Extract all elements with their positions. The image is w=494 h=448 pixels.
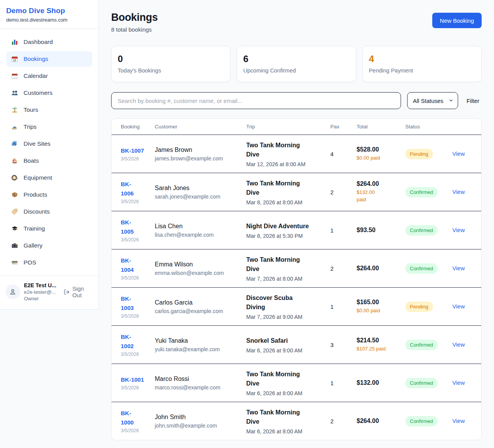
bar-chart-icon (11, 38, 19, 46)
stat-value: 6 (243, 54, 349, 64)
trip-datetime: Mar 6, 2026 at 8:00 AM (246, 390, 330, 396)
booking-date: 3/5/2026 (121, 199, 155, 204)
sidebar-item-bookings[interactable]: 17Bookings (6, 51, 92, 67)
graduation-cap-icon (11, 225, 19, 232)
booking-number-link[interactable]: BK-1007 (121, 146, 144, 155)
sidebar-item-gallery[interactable]: Gallery (6, 238, 92, 253)
actions-cell: View (452, 341, 481, 348)
sidebar-item-discounts[interactable]: Discounts (6, 204, 92, 219)
booking-number-link[interactable]: BK- 1006 (121, 180, 134, 198)
customer-name: Lisa Chen (155, 223, 246, 230)
column-header-pax: Pax (330, 124, 357, 130)
customer-email: john.smith@example.com (155, 423, 246, 429)
view-link[interactable]: View (452, 418, 465, 424)
table-row: BK-1007 3/5/2026 James Brown james.brown… (112, 135, 481, 173)
search-input[interactable] (111, 92, 401, 109)
sidebar-item-label: Boats (24, 157, 39, 164)
sidebar-item-calendar[interactable]: Calendar (6, 68, 92, 84)
sidebar-item-equipment[interactable]: Equipment (6, 170, 92, 185)
sidebar-item-customers[interactable]: Customers (6, 85, 92, 101)
view-link[interactable]: View (452, 265, 465, 271)
sidebar-item-dive-sites[interactable]: Dive Sites (6, 136, 92, 152)
trip-name: Two Tank Morning Dive (246, 255, 330, 274)
user-info: E2E Test U... e2e-tester@... Owner (24, 282, 58, 301)
view-link[interactable]: View (452, 227, 465, 233)
sidebar: Demo Dive Shop demo.test.divestreams.com… (0, 0, 99, 310)
booking-number-link[interactable]: BK- 1002 (121, 332, 134, 350)
booking-number-link[interactable]: BK- 1000 (121, 409, 134, 427)
page-header: Bookings 8 total bookings New Booking (111, 12, 482, 33)
sign-out-button[interactable]: Sign Out (64, 285, 93, 298)
status-badge: Confirmed (405, 416, 438, 426)
status-badge: Confirmed (405, 263, 438, 274)
status-cell: Confirmed (405, 416, 452, 426)
island-icon (11, 106, 19, 114)
table-row: BK- 1002 3/5/2026 Yuki Tanaka yuki.tanak… (112, 325, 481, 364)
actions-cell: View (452, 150, 481, 157)
booking-cell: BK- 1004 3/5/2026 (112, 256, 155, 281)
customer-email: emma.wilson@example.com (155, 270, 246, 276)
sidebar-item-pos[interactable]: POS (6, 255, 92, 270)
view-link[interactable]: View (452, 379, 465, 386)
status-badge: Confirmed (405, 225, 438, 236)
sidebar-item-dashboard[interactable]: Dashboard (6, 34, 92, 50)
booking-number-link[interactable]: BK- 1005 (121, 218, 134, 236)
sidebar-item-label: Dive Sites (24, 140, 51, 147)
booking-number-link[interactable]: BK- 1004 (121, 256, 134, 274)
speedboat-icon (11, 123, 19, 131)
tag-icon (11, 208, 19, 216)
sidebar-item-label: Gallery (24, 242, 42, 249)
sidebar-item-label: Equipment (24, 174, 52, 181)
sidebar-item-products[interactable]: Products (6, 187, 92, 202)
logout-icon (64, 289, 70, 295)
status-badge: Pending (405, 301, 433, 312)
credit-card-icon (11, 259, 19, 266)
status-badge: Confirmed (405, 187, 438, 197)
booking-date: 3/5/2026 (121, 275, 155, 281)
view-link[interactable]: View (452, 150, 465, 157)
trip-datetime: Mar 8, 2026 at 8:00 AM (246, 199, 330, 205)
view-link[interactable]: View (452, 341, 465, 348)
stat-label: Today's Bookings (118, 67, 224, 74)
booking-cell: BK- 1003 3/5/2026 (112, 294, 155, 319)
total-amount: $93.50 (357, 227, 405, 234)
total-cell: $214.50 $107.25 paid (357, 337, 405, 353)
status-select[interactable]: All Statuses (407, 92, 458, 109)
customer-email: lisa.chen@example.com (155, 232, 246, 238)
booking-date: 3/5/2026 (121, 313, 155, 319)
new-booking-button[interactable]: New Booking (432, 13, 482, 28)
filter-row: All Statuses Filter (111, 92, 482, 109)
customer-email: yuki.tanaka@example.com (155, 346, 246, 352)
sailboat-icon (11, 157, 19, 165)
user-email: e2e-tester@... (24, 289, 58, 295)
status-badge: Confirmed (405, 378, 438, 388)
booking-number-link[interactable]: BK- 1003 (121, 294, 134, 312)
paid-amount: $0.00 paid (357, 155, 405, 162)
view-link[interactable]: View (452, 189, 465, 195)
booking-cell: BK-1001 3/5/2026 (112, 375, 155, 391)
total-amount: $264.00 (357, 418, 405, 424)
view-link[interactable]: View (452, 303, 465, 310)
actions-cell: View (452, 189, 481, 195)
sidebar-item-trips[interactable]: Trips (6, 119, 92, 135)
bookings-count: 8 total bookings (111, 26, 158, 33)
paid-amount: $107.25 paid (357, 345, 405, 353)
sidebar-item-training[interactable]: Training (6, 221, 92, 236)
table-row: BK- 1003 3/5/2026 Carlos Garcia carlos.g… (112, 287, 481, 325)
trip-cell: Night Dive Adventure Mar 8, 2026 at 5:30… (246, 222, 330, 239)
column-header-trip: Trip (246, 124, 330, 130)
trip-cell: Two Tank Morning Dive Mar 6, 2026 at 8:0… (246, 370, 330, 396)
trip-name: Snorkel Safari (246, 336, 330, 345)
sidebar-item-tours[interactable]: Tours (6, 102, 92, 118)
sidebar-item-boats[interactable]: Boats (6, 153, 92, 168)
bookings-table: Booking Customer Trip Pax Total Status B… (111, 118, 482, 440)
sidebar-item-label: Calendar (24, 72, 48, 79)
filter-button[interactable]: Filter (464, 98, 482, 104)
stat-label: Pending Payment (369, 67, 475, 74)
trip-datetime: Mar 12, 2026 at 8:00 AM (246, 161, 330, 167)
user-role: Owner (24, 296, 58, 301)
booking-date: 3/5/2026 (121, 156, 155, 162)
trip-datetime: Mar 7, 2026 at 8:00 AM (246, 276, 330, 282)
booking-number-link[interactable]: BK-1001 (121, 375, 144, 384)
user-icon (9, 288, 17, 296)
